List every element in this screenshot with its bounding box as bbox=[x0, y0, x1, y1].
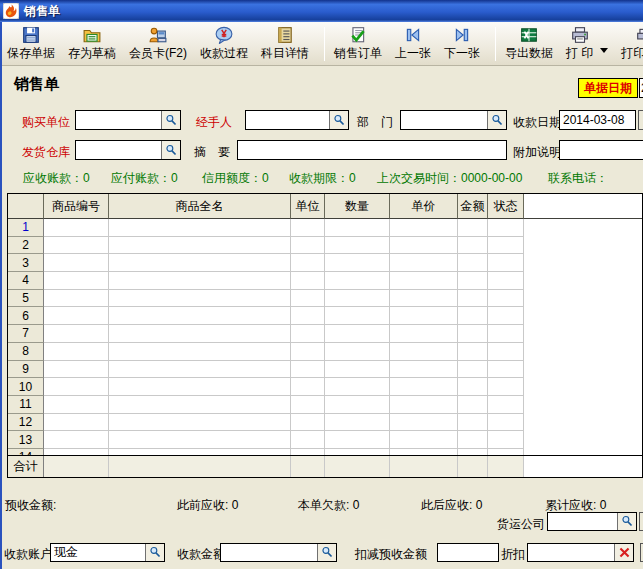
grid-cell[interactable] bbox=[44, 237, 109, 255]
grid-cell[interactable] bbox=[325, 325, 390, 343]
grid-cell[interactable] bbox=[325, 219, 390, 237]
grid-cell[interactable] bbox=[458, 396, 488, 414]
grid-cell[interactable] bbox=[325, 290, 390, 308]
table-row[interactable]: 11 bbox=[8, 396, 642, 414]
payment-process-button[interactable]: 收款过程 bbox=[200, 26, 248, 62]
grid-cell[interactable] bbox=[458, 237, 488, 255]
table-row[interactable]: 3 bbox=[8, 254, 642, 272]
grid-cell[interactable] bbox=[291, 361, 325, 379]
grid-cell[interactable] bbox=[291, 378, 325, 396]
table-row[interactable]: 10 bbox=[8, 378, 642, 396]
next-record-button[interactable]: 下一张 bbox=[444, 26, 480, 62]
grid-cell[interactable] bbox=[458, 325, 488, 343]
row-number[interactable]: 6 bbox=[8, 307, 44, 325]
grid-cell[interactable] bbox=[44, 254, 109, 272]
grid-cell[interactable] bbox=[458, 414, 488, 432]
grid-cell[interactable] bbox=[390, 378, 458, 396]
grid-cell[interactable] bbox=[458, 272, 488, 290]
grid-cell[interactable] bbox=[291, 414, 325, 432]
row-number[interactable]: 7 bbox=[8, 325, 44, 343]
payment-date-field[interactable] bbox=[559, 110, 636, 130]
grid-cell[interactable] bbox=[458, 343, 488, 361]
grid-cell[interactable] bbox=[109, 272, 291, 290]
grid-cell[interactable] bbox=[488, 272, 524, 290]
discount-clear-button[interactable] bbox=[614, 544, 633, 561]
grid-cell[interactable] bbox=[458, 361, 488, 379]
row-number[interactable]: 4 bbox=[8, 272, 44, 290]
grid-cell[interactable] bbox=[44, 307, 109, 325]
table-row[interactable]: 2 bbox=[8, 237, 642, 255]
grid-cell[interactable] bbox=[325, 343, 390, 361]
freight-company-input[interactable] bbox=[548, 513, 617, 530]
grid-cell[interactable] bbox=[109, 361, 291, 379]
grid-cell[interactable] bbox=[109, 378, 291, 396]
department-lookup-button[interactable] bbox=[487, 111, 506, 129]
grid-cell[interactable] bbox=[488, 343, 524, 361]
freight-extra-button[interactable] bbox=[639, 512, 643, 531]
grid-cell[interactable] bbox=[109, 237, 291, 255]
table-row[interactable]: 8 bbox=[8, 343, 642, 361]
extra-note-input[interactable] bbox=[560, 141, 643, 159]
freight-lookup-button[interactable] bbox=[617, 513, 636, 530]
payment-amount-field[interactable] bbox=[220, 543, 337, 562]
grid-cell[interactable] bbox=[44, 219, 109, 237]
row-number[interactable]: 8 bbox=[8, 343, 44, 361]
table-row[interactable]: 9 bbox=[8, 361, 642, 379]
row-number[interactable]: 2 bbox=[8, 237, 44, 255]
payment-date-dropdown-button[interactable] bbox=[638, 110, 643, 130]
grid-cell[interactable] bbox=[291, 449, 325, 455]
grid-cell[interactable] bbox=[458, 431, 488, 449]
grid-cell[interactable] bbox=[390, 396, 458, 414]
grid-cell[interactable] bbox=[325, 307, 390, 325]
print-button[interactable]: 打 印 bbox=[566, 26, 593, 62]
grid-cell[interactable] bbox=[109, 396, 291, 414]
payment-amount-input[interactable] bbox=[221, 544, 317, 561]
table-row[interactable]: 5 bbox=[8, 290, 642, 308]
grid-cell[interactable] bbox=[325, 378, 390, 396]
row-number[interactable]: 12 bbox=[8, 414, 44, 432]
buyer-field[interactable] bbox=[75, 110, 181, 130]
grid-cell[interactable] bbox=[390, 343, 458, 361]
document-date-button[interactable]: 单据日期 bbox=[578, 78, 638, 98]
row-number[interactable]: 11 bbox=[8, 396, 44, 414]
handler-input[interactable] bbox=[246, 111, 329, 129]
row-number[interactable]: 5 bbox=[8, 290, 44, 308]
grid-cell[interactable] bbox=[44, 378, 109, 396]
grid-cell[interactable] bbox=[109, 414, 291, 432]
grid-cell[interactable] bbox=[109, 449, 291, 455]
grid-cell[interactable] bbox=[291, 325, 325, 343]
save-document-button[interactable]: 保存单据 bbox=[7, 26, 55, 62]
account-details-button[interactable]: 科目详情 bbox=[261, 26, 309, 62]
table-row[interactable]: 1 bbox=[8, 219, 642, 237]
grid-cell[interactable] bbox=[390, 237, 458, 255]
table-row[interactable]: 6 bbox=[8, 307, 642, 325]
grid-cell[interactable] bbox=[390, 449, 458, 455]
grid-cell[interactable] bbox=[325, 237, 390, 255]
grid-cell[interactable] bbox=[390, 290, 458, 308]
grid-cell[interactable] bbox=[44, 431, 109, 449]
save-as-draft-button[interactable]: 存为草稿 bbox=[68, 26, 116, 62]
warehouse-input[interactable] bbox=[76, 141, 161, 159]
grid-cell[interactable] bbox=[291, 431, 325, 449]
grid-cell[interactable] bbox=[109, 307, 291, 325]
row-number[interactable]: 13 bbox=[8, 431, 44, 449]
grid-cell[interactable] bbox=[44, 290, 109, 308]
grid-cell[interactable] bbox=[488, 361, 524, 379]
grid-cell[interactable] bbox=[325, 254, 390, 272]
grid-cell[interactable] bbox=[109, 431, 291, 449]
grid-cell[interactable] bbox=[458, 290, 488, 308]
grid-cell[interactable] bbox=[291, 237, 325, 255]
grid-cell[interactable] bbox=[291, 343, 325, 361]
warehouse-field[interactable] bbox=[75, 140, 181, 160]
extra-note-field[interactable] bbox=[559, 140, 643, 160]
grid-cell[interactable] bbox=[390, 254, 458, 272]
grid-cell[interactable] bbox=[44, 449, 109, 455]
document-date-value[interactable]: 2 bbox=[639, 78, 643, 98]
grid-cell[interactable] bbox=[109, 254, 291, 272]
grid-cell[interactable] bbox=[458, 449, 488, 455]
row-number[interactable]: 3 bbox=[8, 254, 44, 272]
handler-lookup-button[interactable] bbox=[329, 111, 348, 129]
payment-account-field[interactable] bbox=[50, 543, 165, 562]
grid-cell[interactable] bbox=[390, 414, 458, 432]
payment-account-lookup-button[interactable] bbox=[145, 544, 164, 561]
